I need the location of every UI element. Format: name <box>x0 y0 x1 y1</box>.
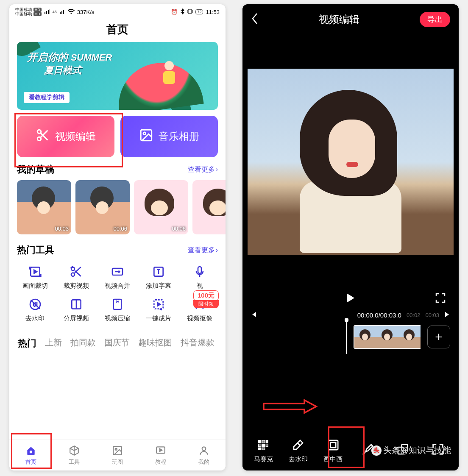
home-icon <box>25 445 36 457</box>
chevron-right-icon: › <box>216 166 218 173</box>
nav-play-image[interactable]: 玩图 <box>96 440 139 470</box>
toutiao-watermark: 头 头条@知识与技能 <box>371 445 451 456</box>
back-button[interactable] <box>251 13 259 26</box>
tool-merge-video[interactable]: 视频合并 <box>97 265 138 290</box>
right-screenshot: 视频编辑 导出 00:00.0/00:03.0 00:02 00:03 <box>242 4 459 470</box>
tool-auto-edit[interactable]: 一键成片 <box>138 298 179 323</box>
wifi-icon <box>68 9 75 15</box>
tool-mosaic[interactable]: 马赛克 <box>247 439 279 463</box>
vibrate-icon <box>187 9 193 15</box>
export-button[interactable]: 导出 <box>420 12 450 27</box>
clip-thumb[interactable] <box>376 326 398 348</box>
skip-end-button[interactable] <box>444 311 451 319</box>
bluetooth-icon <box>180 8 184 16</box>
svg-rect-25 <box>262 444 265 447</box>
svg-rect-29 <box>329 440 338 450</box>
clip-thumb[interactable] <box>354 326 376 348</box>
tool-add-subtitle[interactable]: 添加字幕 <box>138 265 179 290</box>
play-icon <box>155 445 166 457</box>
svg-point-4 <box>143 132 146 135</box>
video-edit-button[interactable]: 视频编辑 <box>17 116 114 157</box>
pip-icon <box>327 439 340 453</box>
fullscreen-button[interactable] <box>435 292 446 305</box>
banner-tag[interactable]: 看教程学剪辑 <box>24 92 70 103</box>
svg-point-1 <box>37 130 41 134</box>
signal-icon <box>59 9 65 15</box>
bottom-nav: 首页 工具 玩图 教程 我的 <box>9 440 226 470</box>
svg-point-16 <box>30 451 33 454</box>
svg-rect-21 <box>259 440 261 443</box>
svg-point-20 <box>202 447 206 451</box>
tool-remove-watermark[interactable]: 去水印 <box>14 298 56 323</box>
svg-rect-0 <box>188 9 192 14</box>
page-title: 首页 <box>9 19 226 42</box>
draft-item[interactable]: 00:06 <box>75 180 130 234</box>
tool-remove-watermark[interactable]: 去水印 <box>282 439 314 463</box>
nav-tutorial[interactable]: 教程 <box>139 440 182 470</box>
tool-compress-video[interactable]: 视频压缩 <box>97 298 138 323</box>
svg-point-7 <box>71 273 75 276</box>
svg-rect-10 <box>198 267 201 273</box>
svg-point-2 <box>37 137 41 141</box>
svg-rect-27 <box>259 448 261 450</box>
hot-tools-title: 热门工具 <box>17 244 54 256</box>
draft-item[interactable]: 00:06 <box>134 180 188 234</box>
tool-crop-frame[interactable]: 画面裁切 <box>14 265 56 290</box>
add-clip-button[interactable]: + <box>427 326 450 348</box>
nav-profile[interactable]: 我的 <box>182 440 226 470</box>
tab-new[interactable]: 上新 <box>45 337 62 350</box>
tool-voice[interactable]: 视 <box>179 265 220 290</box>
play-button[interactable] <box>346 292 355 305</box>
image-icon <box>112 445 123 457</box>
svg-rect-24 <box>259 444 261 447</box>
signal-icon <box>44 9 50 15</box>
tab-hot[interactable]: 热门 <box>18 337 36 350</box>
nav-home[interactable]: 首页 <box>9 440 53 470</box>
clock: 11:53 <box>206 9 220 15</box>
tab-douyin-hot[interactable]: 抖音爆款 <box>181 337 214 350</box>
tool-picture-in-picture[interactable]: 画中画 <box>317 439 349 463</box>
toutiao-logo-icon: 头 <box>371 445 382 456</box>
battery-level: 72 <box>195 9 203 14</box>
promo-badge[interactable]: 100元 限时领 <box>193 290 219 308</box>
playhead[interactable] <box>346 320 347 354</box>
tools-more-link[interactable]: 查看更多› <box>188 246 218 255</box>
tab-fun-cutout[interactable]: 趣味抠图 <box>138 337 172 350</box>
annotation-arrow-right <box>263 398 318 416</box>
svg-rect-28 <box>262 448 265 450</box>
clip-thumb[interactable] <box>398 326 421 348</box>
cube-icon <box>69 445 80 457</box>
svg-rect-26 <box>266 444 268 447</box>
timeline-bar: 00:00.0/00:03.0 00:02 00:03 <box>242 309 459 322</box>
draft-item[interactable] <box>192 180 226 234</box>
left-screenshot: 中国移动 HD 中国移动 HD 46 337K/s ⏰ 72 11:53 首页 … <box>9 4 226 470</box>
user-icon <box>198 445 209 457</box>
scissors-icon <box>36 128 50 145</box>
drafts-list: 00:03 00:06 00:06 <box>9 180 226 234</box>
tab-same-style[interactable]: 拍同款 <box>70 337 96 350</box>
net-speed: 337K/s <box>77 9 94 15</box>
alarm-icon: ⏰ <box>171 9 178 15</box>
tab-national-day[interactable]: 国庆节 <box>104 337 130 350</box>
tool-split-screen[interactable]: 分屏视频 <box>56 298 97 323</box>
svg-rect-23 <box>266 440 268 443</box>
draft-item[interactable]: 00:03 <box>17 180 71 234</box>
svg-rect-30 <box>331 443 336 448</box>
tools-grid: 画面裁切 裁剪视频 视频合并 添加字幕 视 去水印 分屏视频 视频压缩 一键成片… <box>9 261 226 323</box>
clip-track[interactable]: + <box>242 322 459 352</box>
svg-point-18 <box>115 448 117 450</box>
svg-rect-22 <box>262 440 265 443</box>
skip-start-button[interactable] <box>250 311 257 319</box>
mosaic-icon <box>257 439 270 453</box>
drafts-title: 我的草稿 <box>17 163 54 176</box>
summer-banner[interactable]: 开启你的 SUMMER 夏日模式 看教程学剪辑 <box>17 42 218 110</box>
tool-trim-video[interactable]: 裁剪视频 <box>56 265 97 290</box>
drafts-more-link[interactable]: 查看更多› <box>188 165 218 174</box>
music-album-button[interactable]: 音乐相册 <box>120 116 218 157</box>
nav-tools[interactable]: 工具 <box>53 440 96 470</box>
status-bar: 中国移动 HD 中国移动 HD 46 337K/s ⏰ 72 11:53 <box>9 4 226 19</box>
image-icon <box>139 128 153 145</box>
video-canvas[interactable] <box>248 47 454 276</box>
eraser-icon <box>292 439 304 453</box>
editor-title: 视频编辑 <box>319 13 359 26</box>
